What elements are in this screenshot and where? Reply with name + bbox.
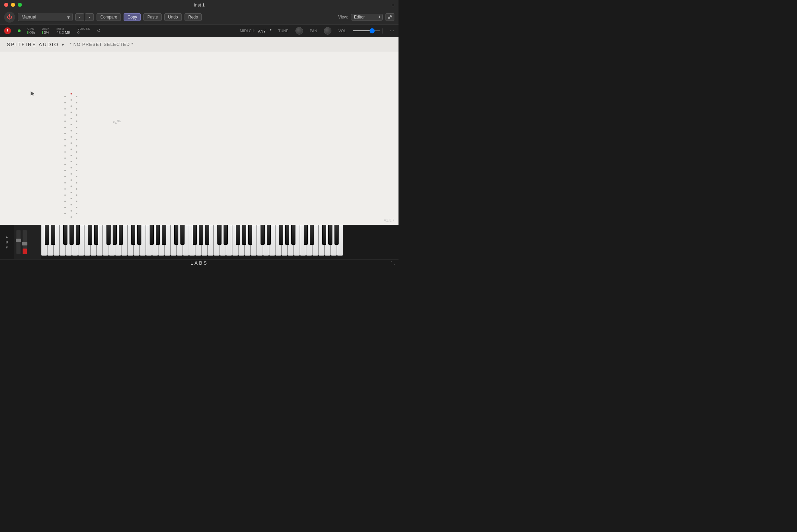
black-key[interactable]: [193, 225, 197, 245]
dot: [64, 151, 66, 153]
black-key[interactable]: [304, 225, 308, 245]
black-key[interactable]: [322, 225, 326, 245]
pan-knob[interactable]: [324, 27, 331, 35]
black-key[interactable]: [236, 225, 240, 245]
keys-container: [41, 225, 398, 256]
black-key[interactable]: [242, 225, 246, 245]
black-key[interactable]: [174, 225, 178, 245]
black-key[interactable]: [156, 225, 160, 245]
dot: [71, 124, 72, 125]
dot: [64, 213, 66, 214]
black-key[interactable]: [285, 225, 289, 245]
close-button[interactable]: [4, 3, 8, 7]
fader-1[interactable]: [16, 230, 21, 254]
preset-display: * NO PRESET SELECTED *: [69, 42, 133, 47]
plugin-content[interactable]: ✎✎ v1.3.7: [0, 52, 398, 225]
octave-down-button[interactable]: ▼: [5, 245, 9, 249]
midi-ch-group: MIDI CH: ANY 1234: [240, 28, 271, 34]
refresh-button[interactable]: ↺: [97, 28, 101, 33]
tune-knob[interactable]: [295, 27, 303, 35]
dot: [71, 210, 72, 212]
dot: [76, 157, 77, 159]
compare-button[interactable]: Compare: [97, 13, 121, 21]
black-key[interactable]: [45, 225, 49, 245]
black-key[interactable]: [63, 225, 67, 245]
cpu-bar: [27, 31, 28, 34]
black-key[interactable]: [137, 225, 141, 245]
black-key[interactable]: [261, 225, 265, 245]
resize-icon[interactable]: ⋱: [391, 261, 395, 265]
black-key[interactable]: [51, 225, 55, 245]
minimize-button[interactable]: [11, 3, 15, 7]
plugin-dropdown-icon[interactable]: ▾: [62, 42, 64, 47]
more-button[interactable]: ···: [390, 28, 394, 34]
black-key[interactable]: [224, 225, 228, 245]
black-key[interactable]: [279, 225, 283, 245]
preset-select[interactable]: Manual: [18, 13, 73, 21]
mem-label: MEM: [56, 27, 64, 30]
midi-ch-label: MIDI CH:: [240, 29, 255, 33]
dot: [64, 114, 66, 116]
octave-number: 0: [6, 240, 8, 244]
dot: [64, 182, 66, 183]
maximize-button[interactable]: [18, 3, 22, 7]
dot: [71, 99, 72, 101]
midi-ch-select[interactable]: ANY 1234: [258, 29, 271, 33]
sketch-icon: ✎✎: [112, 118, 122, 126]
black-key[interactable]: [328, 225, 332, 245]
black-key[interactable]: [267, 225, 271, 245]
copy-button[interactable]: Copy: [124, 13, 141, 21]
black-key[interactable]: [199, 225, 203, 245]
black-key[interactable]: [334, 225, 339, 245]
dot: [76, 102, 77, 103]
black-key[interactable]: [205, 225, 209, 245]
undo-button[interactable]: Undo: [164, 13, 182, 21]
dot: [64, 102, 66, 103]
power-button[interactable]: ⏻: [4, 12, 15, 23]
octave-up-button[interactable]: ▲: [5, 235, 9, 239]
black-key[interactable]: [106, 225, 111, 245]
keyboard-wrapper[interactable]: [41, 225, 398, 259]
dot: [64, 164, 66, 165]
cpu-label: CPU: [27, 27, 35, 30]
resize-handle[interactable]: ⊟: [391, 3, 394, 7]
dot: [76, 201, 77, 202]
dot: [76, 127, 77, 128]
dot: [76, 121, 77, 122]
dot: [64, 127, 66, 128]
dot: [76, 139, 77, 140]
black-key[interactable]: [119, 225, 123, 245]
nav-back-button[interactable]: ‹: [75, 13, 84, 21]
piano-section: ▲ 0 ▼: [0, 225, 398, 266]
version-text: v1.3.7: [384, 218, 394, 222]
dot: [64, 176, 66, 177]
fader-2[interactable]: [23, 230, 27, 254]
black-key[interactable]: [113, 225, 117, 245]
black-key[interactable]: [248, 225, 252, 245]
dot: [71, 112, 72, 113]
black-key[interactable]: [180, 225, 185, 245]
paste-button[interactable]: Paste: [143, 13, 162, 21]
dot: [71, 161, 72, 162]
black-key[interactable]: [310, 225, 314, 245]
vol-slider[interactable]: [353, 30, 380, 31]
view-label: View:: [338, 15, 348, 20]
link-button[interactable]: [385, 13, 394, 21]
black-key[interactable]: [131, 225, 135, 245]
alert-icon: !: [4, 27, 11, 34]
black-key[interactable]: [162, 225, 166, 245]
nav-forward-button[interactable]: ›: [85, 13, 94, 21]
disk-value: 0%: [42, 30, 49, 35]
black-key[interactable]: [76, 225, 80, 245]
view-select[interactable]: Editor Modulation MIDI: [351, 14, 383, 21]
black-key[interactable]: [291, 225, 295, 245]
black-key[interactable]: [94, 225, 98, 245]
redo-button[interactable]: Redo: [185, 13, 202, 21]
black-key[interactable]: [88, 225, 92, 245]
black-key[interactable]: [69, 225, 74, 245]
black-key[interactable]: [217, 225, 222, 245]
black-key[interactable]: [150, 225, 154, 245]
dot: [71, 136, 72, 138]
middle-section: SPITFIRE AUDIO ▾ * NO PRESET SELECTED * …: [0, 37, 398, 266]
link-icon: [388, 15, 392, 20]
